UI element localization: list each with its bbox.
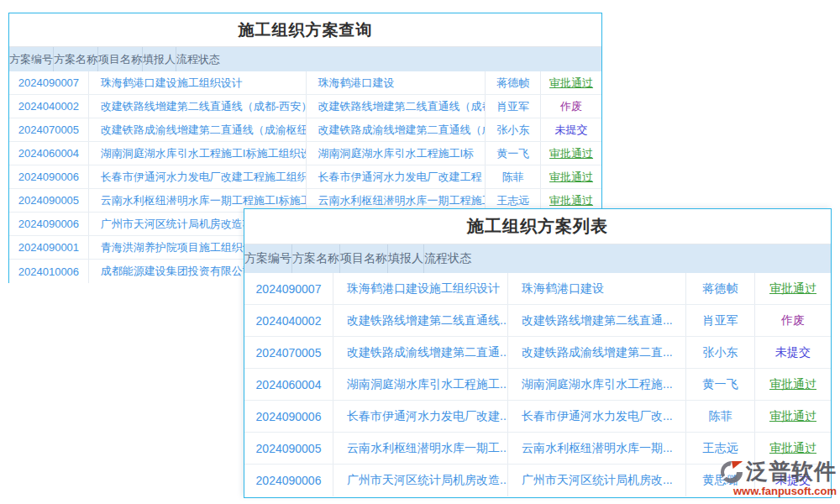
reporter-cell: 黄一飞 — [686, 369, 755, 400]
query-table-title: 施工组织方案查询 — [9, 13, 601, 47]
plan-name-cell: 珠海鹤港口建设施工组织设计 — [333, 273, 508, 304]
plan-id-cell: 2024090001 — [9, 236, 89, 259]
reporter-cell: 黄思璐 — [686, 465, 755, 496]
table-row[interactable]: 2024090007 珠海鹤港口建设施工组织设计 珠海鹤港口建设 蒋德帧 审批通… — [244, 273, 831, 305]
reporter-cell: 黄一飞 — [486, 142, 541, 165]
status-badge: 审批通过 — [755, 273, 831, 304]
plan-name-cell: 改建铁路成渝线增建第二直通线（成渝枢纽） — [89, 118, 307, 141]
column-header: 项目名称 — [98, 47, 143, 71]
status-badge: 审批通过 — [541, 165, 601, 188]
plan-id-cell: 2024040002 — [244, 305, 333, 336]
plan-id-cell: 2024090007 — [244, 273, 333, 304]
table-row[interactable]: 2024090006 长春市伊通河水力发电厂改建... 长春市伊通河水力发电厂改… — [244, 401, 831, 433]
project-cell: 改建铁路成渝线增建第二直... — [508, 337, 686, 368]
reporter-cell: 张小东 — [686, 337, 755, 368]
reporter-cell: 陈菲 — [486, 165, 541, 188]
column-header: 方案名称 — [54, 47, 98, 71]
project-cell: 珠海鹤港口建设 — [307, 71, 486, 94]
status-badge: 未提交 — [755, 337, 831, 368]
query-table-header: 方案编号 方案名称 项目名称 填报人 流程状态 — [9, 47, 601, 71]
status-badge: 审批通过 — [541, 71, 601, 94]
reporter-cell: 蒋德帧 — [686, 273, 755, 304]
plan-id-cell: 2024090006 — [9, 213, 89, 235]
table-row[interactable]: 2024090006 广州市天河区统计局机房改造... 广州市天河区统计局机房改… — [244, 465, 831, 496]
plan-name-cell: 湖南洞庭湖水库引水工程施工I标施工组织设计 — [89, 142, 307, 165]
table-row[interactable]: 2024090005 云南水利枢纽潜明水库一期工... 云南水利枢纽潜明水库一期… — [244, 433, 831, 465]
column-header: 方案编号 — [244, 244, 292, 273]
column-header: 填报人 — [388, 244, 424, 273]
project-cell: 广州市天河区统计局机房改... — [508, 465, 686, 496]
reporter-cell: 王志远 — [686, 433, 755, 464]
column-header: 流程状态 — [176, 47, 220, 71]
plan-id-cell: 2024090006 — [244, 465, 333, 496]
project-cell: 改建铁路线增建第二线直通... — [508, 305, 686, 336]
column-header: 填报人 — [143, 47, 176, 71]
plan-id-cell: 2024060004 — [244, 369, 333, 400]
status-badge: 审批通过 — [755, 369, 831, 400]
project-cell: 湖南洞庭湖水库引水工程施工I标 — [307, 142, 486, 165]
plan-name-cell: 长春市伊通河水力发电厂改建工程施工组织设 — [89, 165, 307, 188]
project-cell: 改建铁路线增建第二线直通线（成都 — [307, 95, 486, 118]
project-cell: 云南水利枢纽潜明水库一期... — [508, 433, 686, 464]
plan-name-cell: 湖南洞庭湖水库引水工程施工... — [333, 369, 508, 400]
column-header: 项目名称 — [340, 244, 388, 273]
reporter-cell: 陈菲 — [686, 401, 755, 432]
project-cell: 改建铁路成渝线增建第二直通线（成 — [307, 118, 486, 141]
list-table-panel: 施工组织方案列表 方案编号 方案名称 项目名称 填报人 流程状态 2024090… — [244, 208, 832, 498]
plan-id-cell: 2024010006 — [9, 260, 89, 283]
plan-id-cell: 2024070005 — [9, 118, 89, 141]
project-cell: 长春市伊通河水力发电厂改... — [508, 401, 686, 432]
plan-name-cell: 改建铁路线增建第二线直通线（成都-西安）电 — [89, 95, 307, 118]
list-table-title: 施工组织方案列表 — [244, 209, 831, 244]
project-cell: 长春市伊通河水力发电厂改建工程 — [307, 165, 486, 188]
status-badge: 审批通过 — [541, 142, 601, 165]
project-cell: 珠海鹤港口建设 — [508, 273, 686, 304]
status-badge: 作废 — [755, 305, 831, 336]
column-header: 流程状态 — [424, 244, 471, 273]
table-row[interactable]: 2024090007 珠海鹤港口建设施工组织设计 珠海鹤港口建设 蒋德帧 审批通… — [9, 71, 601, 95]
plan-name-cell: 云南水利枢纽潜明水库一期工... — [333, 433, 508, 464]
list-table-body: 2024090007 珠海鹤港口建设施工组织设计 珠海鹤港口建设 蒋德帧 审批通… — [244, 273, 831, 496]
reporter-cell: 肖亚军 — [486, 95, 541, 118]
table-row[interactable]: 2024040002 改建铁路线增建第二线直通线... 改建铁路线增建第二线直通… — [244, 305, 831, 337]
table-row[interactable]: 2024060004 湖南洞庭湖水库引水工程施工... 湖南洞庭湖水库引水工程施… — [244, 369, 831, 401]
status-badge: 审批通过 — [755, 433, 831, 464]
plan-id-cell: 2024090005 — [9, 189, 89, 212]
table-row[interactable]: 2024070005 改建铁路成渝线增建第二直通线（成渝枢纽） 改建铁路成渝线增… — [9, 118, 601, 142]
column-header: 方案名称 — [292, 244, 340, 273]
page: 施工组织方案查询 方案编号 方案名称 项目名称 填报人 流程状态 2024090… — [0, 0, 840, 504]
plan-id-cell: 2024090006 — [244, 401, 333, 432]
plan-name-cell: 改建铁路线增建第二线直通线... — [333, 305, 508, 336]
status-badge: 作废 — [541, 95, 601, 118]
plan-id-cell: 2024070005 — [244, 337, 333, 368]
reporter-cell: 张小东 — [486, 118, 541, 141]
status-badge: 审批通过 — [755, 401, 831, 432]
table-row[interactable]: 2024040002 改建铁路线增建第二线直通线（成都-西安）电 改建铁路线增建… — [9, 95, 601, 118]
column-header: 方案编号 — [9, 47, 54, 71]
status-badge: 未提交 — [541, 118, 601, 141]
plan-id-cell: 2024060004 — [9, 142, 89, 165]
table-row[interactable]: 2024060004 湖南洞庭湖水库引水工程施工I标施工组织设计 湖南洞庭湖水库… — [9, 142, 601, 165]
plan-id-cell: 2024090006 — [9, 165, 89, 188]
list-table-header: 方案编号 方案名称 项目名称 填报人 流程状态 — [244, 244, 831, 273]
plan-name-cell: 长春市伊通河水力发电厂改建... — [333, 401, 508, 432]
reporter-cell: 肖亚军 — [686, 305, 755, 336]
plan-name-cell: 改建铁路成渝线增建第二直通... — [333, 337, 508, 368]
table-row[interactable]: 2024070005 改建铁路成渝线增建第二直通... 改建铁路成渝线增建第二直… — [244, 337, 831, 369]
plan-id-cell: 2024090007 — [9, 71, 89, 94]
plan-id-cell: 2024090005 — [244, 433, 333, 464]
table-row[interactable]: 2024090006 长春市伊通河水力发电厂改建工程施工组织设 长春市伊通河水力… — [9, 165, 601, 189]
status-badge: 未提交 — [755, 465, 831, 496]
plan-name-cell: 珠海鹤港口建设施工组织设计 — [89, 71, 307, 94]
reporter-cell: 蒋德帧 — [486, 71, 541, 94]
plan-name-cell: 广州市天河区统计局机房改造... — [333, 465, 508, 496]
plan-id-cell: 2024040002 — [9, 95, 89, 118]
project-cell: 湖南洞庭湖水库引水工程施... — [508, 369, 686, 400]
